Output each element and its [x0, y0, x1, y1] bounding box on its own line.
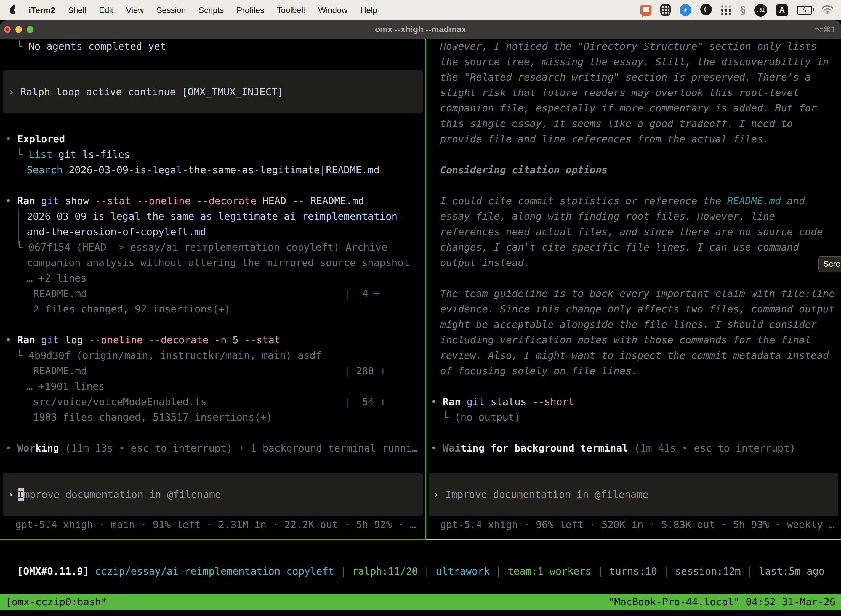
menu-item-iterm2[interactable]: iTerm2	[29, 6, 55, 15]
squiggle-icon[interactable]: §	[740, 5, 746, 16]
menu-item-scripts[interactable]: Scripts	[199, 6, 224, 15]
reasoning-line: changes, I can't cite specific file line…	[429, 239, 841, 255]
reasoning-line: review. Also, I might want to inspect th…	[429, 348, 841, 363]
model-status-line-right: gpt-5.4 xhigh · 96% left · 520K in · 5.8…	[429, 517, 841, 532]
menu-items: iTerm2 Shell Edit View Session Scripts P…	[0, 6, 377, 15]
reasoning-line: I could cite commit statistics or refere…	[429, 193, 841, 209]
text-cursor: I	[18, 488, 24, 501]
menu-item-toolbelt[interactable]: Toolbelt	[277, 6, 305, 15]
blank-line	[429, 147, 841, 162]
menu-item-help[interactable]: Help	[360, 6, 378, 15]
reasoning-line: evidence. Since this change only affects…	[429, 301, 841, 317]
prompt-chevron-icon: ›	[429, 489, 439, 500]
session-duration: session:12m	[675, 566, 741, 577]
close-window-button[interactable]	[4, 26, 11, 33]
reasoning-line: provide file and line references from th…	[429, 131, 841, 147]
log-output-truncation: … +1901 lines	[0, 378, 425, 394]
a-badge-icon[interactable]: A	[776, 4, 788, 16]
traffic-lights	[0, 26, 34, 33]
agents-note-line: └ No agents completed yet	[0, 39, 425, 54]
window-title-bar[interactable]: omx --xhigh --madmax ⌥⌘1	[0, 21, 841, 39]
tmux-status-bar: [omx-cczip0:bash* "MacBook-Pro-44.local"…	[0, 594, 841, 610]
omx-version: [OMX#0.11.9]	[17, 566, 89, 577]
apple-menu-icon[interactable]	[10, 7, 16, 14]
reasoning-line: this single essay, it seems like a good …	[429, 116, 841, 131]
blank-line	[429, 378, 841, 394]
battery-charging-icon[interactable]: ϟ	[797, 6, 812, 15]
log-stat-line-2: src/voice/voiceModeEnabled.ts | 54 +	[0, 394, 425, 409]
charging-bolt-icon: ϟ	[803, 7, 806, 13]
spacer	[0, 113, 425, 131]
log-stat-line-3: 1903 files changed, 513517 insertions(+)	[0, 409, 425, 425]
menu-item-edit[interactable]: Edit	[99, 6, 113, 15]
turns-counter: turns:10	[609, 566, 657, 577]
blank-line	[429, 178, 841, 193]
pane-bottom-border-left	[0, 539, 426, 540]
menu-item-view[interactable]: View	[126, 6, 144, 15]
tmux-pane-left[interactable]: └ No agents completed yet › Ralph loop a…	[0, 39, 425, 539]
bullet-icon: •	[5, 195, 11, 207]
command-input-right[interactable]: › Improve documentation in @filename	[429, 473, 838, 516]
menu-item-profiles[interactable]: Profiles	[236, 6, 264, 15]
blank-line	[0, 317, 425, 332]
moon-circle-icon[interactable]	[700, 3, 712, 18]
ralph-loop-text: Ralph loop active continue [OMX_TMUX_INJ…	[20, 86, 283, 97]
menu-item-window[interactable]: Window	[318, 6, 348, 15]
omx-worktree-path: cczip/essay/ai-reimplementation-copyleft	[89, 566, 334, 577]
show-output-line-2: companion analysis without altering the …	[0, 255, 425, 270]
prompt-chevron-icon: ›	[3, 86, 20, 97]
wifi-icon[interactable]	[821, 4, 834, 16]
working-status-line: • Working (11m 13s • esc to interrupt) ·…	[0, 440, 425, 456]
reasoning-line: the "Related research writing" section i…	[429, 70, 841, 85]
blank-line	[429, 270, 841, 286]
bullet-icon: •	[5, 442, 11, 454]
ran-git-log-line: • Ran git log --oneline --decorate -n 5 …	[0, 332, 425, 348]
readme-link[interactable]: README.md	[727, 195, 781, 207]
shield-grid-icon[interactable]	[660, 4, 671, 16]
reasoning-line: companion file, especially if more comme…	[429, 100, 841, 116]
menu-status-icons: § ..61 A ϟ	[640, 3, 841, 18]
ralph-loop-box: › Ralph loop active continue [OMX_TMUX_I…	[3, 70, 423, 113]
bullet-icon: •	[5, 334, 11, 346]
show-output-line-1: └ 067f154 (HEAD -> essay/ai-reimplementa…	[0, 239, 425, 255]
log-output-line-1: └ 4b9d30f (origin/main, instructkr/main,…	[0, 348, 425, 363]
pane-divider[interactable]	[425, 39, 426, 539]
menu-item-session[interactable]: Session	[157, 6, 186, 15]
explored-list-line: └ List git ls-files	[0, 147, 425, 162]
ran-git-status-line: • Ran git status --short	[429, 394, 841, 409]
show-stat-line-2: 2 files changed, 92 insertions(+)	[0, 301, 425, 317]
ralph-counter: ralph:11/20	[352, 566, 418, 577]
tmux-session-window: [omx-cczip0:bash*	[6, 594, 107, 610]
pane-bottom-border-right	[426, 539, 841, 540]
waiting-status-line: • Waiting for background terminal (1m 41…	[429, 440, 841, 456]
dots-grid-icon[interactable]	[721, 5, 731, 15]
log-stat-line-1: README.md | 280 +	[0, 363, 425, 378]
bullet-icon: •	[5, 133, 11, 145]
reasoning-line: essay file, along with finding root file…	[429, 209, 841, 224]
circle-61-badge-icon[interactable]: ..61	[755, 4, 767, 16]
show-filename-line-2: and-the-erosion-of-copyleft.md	[0, 224, 425, 239]
team-workers-badge: team:1 workers	[508, 566, 591, 577]
tmux-pane-right[interactable]: However, I noticed the "Directory Struct…	[429, 39, 841, 539]
lightning-glyph	[682, 7, 689, 14]
blank-line	[0, 425, 425, 440]
menu-item-shell[interactable]: Shell	[68, 6, 86, 15]
last-activity: last:5m ago	[759, 566, 825, 577]
explored-header-line: • Explored	[0, 131, 425, 147]
model-status-line-left: gpt-5.4 xhigh · main · 91% left · 2.31M …	[0, 517, 425, 532]
bullet-icon: •	[431, 442, 437, 454]
bullet-icon: •	[431, 396, 437, 407]
chat-app-icon[interactable]	[640, 5, 652, 16]
tmux-host-clock: "MacBook-Pro-44.local" 04:52 31-Mar-26	[608, 594, 835, 610]
command-input-left[interactable]: ›Improve documentation in @filename	[3, 473, 423, 516]
blank-line	[0, 54, 425, 70]
spark-badge-icon[interactable]	[680, 4, 691, 16]
show-output-truncation: … +2 lines	[0, 270, 425, 286]
reasoning-line: the source tree, missing the essay. Stil…	[429, 54, 841, 70]
screen-edge-tooltip[interactable]: Scre	[818, 256, 841, 272]
minimize-window-button[interactable]	[15, 26, 22, 33]
no-output-line: └ (no output)	[429, 409, 841, 425]
show-stat-line-1: README.md | 4 +	[0, 286, 425, 301]
zoom-window-button[interactable]	[27, 26, 34, 33]
reasoning-line: output instead.	[429, 255, 841, 270]
